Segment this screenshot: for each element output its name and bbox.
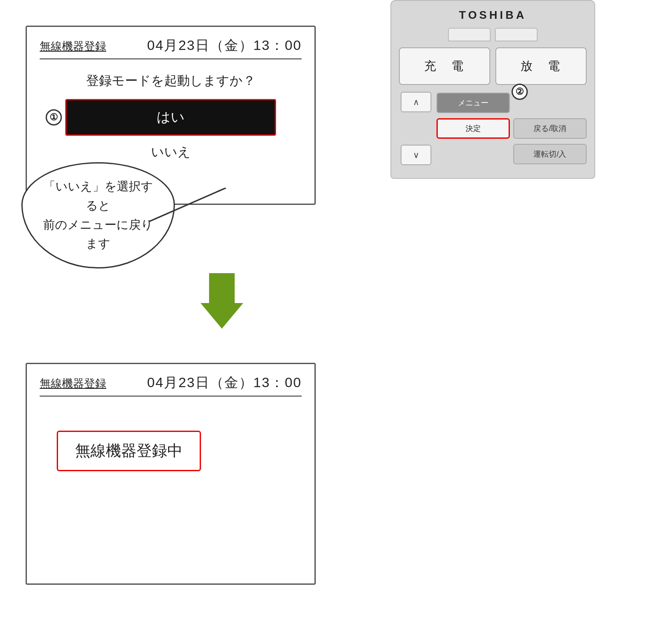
option-no[interactable]: いいえ [40,143,302,161]
arrow-down [201,273,243,329]
confirm-button[interactable]: 決定 [436,118,510,139]
bubble-text: 「いいえ」を選択すると前のメニューに戻ります [43,180,153,250]
charge-button[interactable]: 充 電 [399,47,490,85]
nav-up-button[interactable]: ∧ [401,92,431,112]
brand-label: TOSHIBA [399,9,587,22]
remote-tab-left [448,28,491,41]
remote-nav-section: ∧ ∨ メニュー 決定 戻る/取消 運転切/入 [399,92,587,165]
step1-badge: ① [46,109,62,125]
back-button[interactable]: 戻る/取消 [513,118,587,139]
bubble-tail-svg [149,188,226,226]
menu-button[interactable]: メニュー [436,93,510,113]
remote-buttons-top: 充 電 放 電 [399,47,587,85]
arrow-body [209,273,235,303]
remote-tabs [399,28,587,41]
remote-tab-right [495,28,538,41]
step2-badge: ② [512,84,528,100]
option-yes[interactable]: はい [65,99,276,136]
screen2-title: 無線機器登録 [40,376,106,391]
svg-line-0 [149,188,226,222]
screen1-question: 登録モードを起動しますか？ [40,72,302,90]
spacer-bottom [436,144,510,164]
screen1-title: 無線機器登録 [40,39,106,54]
arrow-head [201,303,243,329]
screen2: 無線機器登録 04月23日（金）13：00 無線機器登録中 [26,363,316,585]
nav-down-button[interactable]: ∨ [401,145,431,165]
screen2-content: 無線機器登録中 [40,431,302,471]
power-button[interactable]: 運転切/入 [513,144,587,164]
screen1-header: 無線機器登録 04月23日（金）13：00 [40,36,302,59]
discharge-button[interactable]: 放 電 [495,47,587,85]
screen2-datetime: 04月23日（金）13：00 [147,373,302,392]
screen2-header: 無線機器登録 04月23日（金）13：00 [40,373,302,397]
status-box: 無線機器登録中 [57,431,201,471]
screen1-datetime: 04月23日（金）13：00 [147,36,302,55]
remote-nav-center: ∧ ∨ [399,92,433,165]
remote-panel: TOSHIBA 充 電 放 電 ∧ ∨ メニュー 決定 戻る/取消 運転切/入 [390,0,595,179]
